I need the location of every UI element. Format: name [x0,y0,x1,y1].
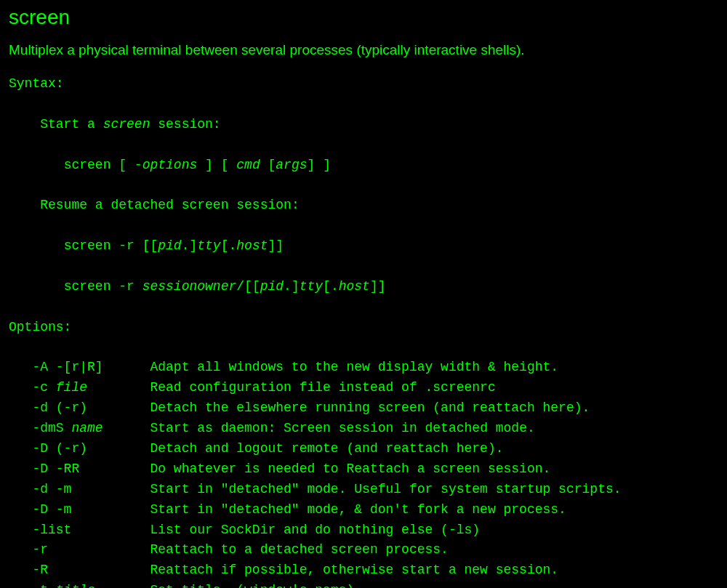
usage-line-2: screen -r [[pid.]tty[.host]] [64,238,284,253]
option-row: -D (-r) Detach and logout remote (and re… [9,441,504,456]
option-row: -D -m Start in "detached" mode, & don't … [9,502,566,517]
page-title: screen [9,6,718,29]
option-row: -d (-r) Detach the elsewhere running scr… [9,400,590,415]
syntax-label: Syntax: [9,76,64,91]
options-list: -A -[r|R] Adapt all windows to the new d… [9,360,622,588]
option-row: -t title Set title. (window's name). [9,583,362,588]
usage-line-1: screen [ -options ] [ cmd [args] ] [64,158,331,172]
option-row: -A -[r|R] Adapt all windows to the new d… [9,360,558,374]
option-row: -D -RR Do whatever is needed to Reattach… [9,462,550,476]
option-row: -list List our SockDir and do nothing el… [9,523,480,537]
option-row: -dmS name Start as daemon: Screen sessio… [9,421,535,435]
option-row: -r Reattach to a detached screen process… [9,542,449,557]
option-row: -d -m Start in "detached" mode. Useful f… [9,482,622,496]
option-row: -c file Read configuration file instead … [9,380,496,395]
start-session-label: Start a screen session: [40,117,220,132]
command-description: Multiplex a physical terminal between se… [9,42,718,58]
resume-session-label: Resume a detached screen session: [40,198,299,212]
syntax-block: Syntax: Start a screen session: screen [… [9,74,718,588]
usage-line-3: screen -r sessionowner/[[pid.]tty[.host]… [64,279,386,294]
option-row: -R Reattach if possible, otherwise start… [9,563,558,577]
options-label: Options: [9,320,71,334]
